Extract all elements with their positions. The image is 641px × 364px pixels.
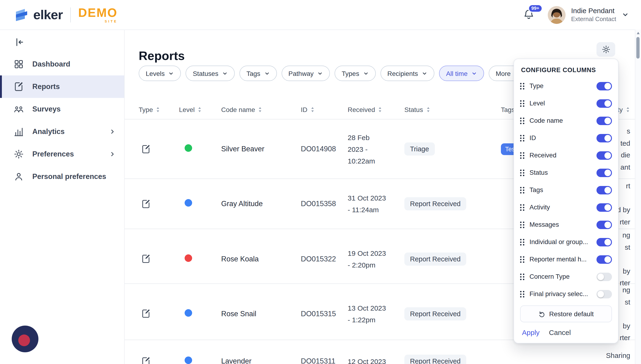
drag-handle-icon[interactable] xyxy=(520,290,525,298)
column-toggle[interactable] xyxy=(596,238,612,246)
report-id: DO014908 xyxy=(301,145,348,153)
sidebar-item-analytics[interactable]: Analytics xyxy=(0,120,124,143)
chat-widget-button[interactable] xyxy=(12,326,38,352)
column-toggle[interactable] xyxy=(596,290,612,298)
chevron-down-icon xyxy=(264,70,270,76)
sort-icon xyxy=(258,106,263,113)
drag-handle-icon[interactable] xyxy=(520,221,525,228)
drag-handle-icon[interactable] xyxy=(520,273,525,280)
filter-tags[interactable]: Tags xyxy=(240,66,277,81)
column-header-id[interactable]: ID xyxy=(301,106,348,113)
cancel-button[interactable]: Cancel xyxy=(549,328,571,336)
drag-handle-icon[interactable] xyxy=(520,117,525,124)
configure-columns-button[interactable] xyxy=(596,42,615,57)
sidebar-item-reports[interactable]: Reports xyxy=(0,76,124,98)
received-date: 13 Oct 2023 - 1:22pm xyxy=(348,302,404,326)
report-icon xyxy=(14,82,24,92)
column-toggle[interactable] xyxy=(596,220,612,229)
column-header-level[interactable]: Level xyxy=(179,106,221,113)
filter-pathway[interactable]: Pathway xyxy=(281,66,330,81)
status-badge: Report Received xyxy=(404,307,466,320)
column-toggle[interactable] xyxy=(596,255,612,264)
scrollbar-thumb[interactable] xyxy=(636,37,640,58)
column-toggle[interactable] xyxy=(596,186,612,194)
demo-badge: DEMO SITE xyxy=(78,6,118,23)
column-toggle[interactable] xyxy=(596,203,612,212)
sort-icon xyxy=(426,106,430,113)
column-header-code-name[interactable]: Code name xyxy=(221,106,301,113)
sidebar-collapse-button[interactable] xyxy=(14,37,24,47)
sidebar-item-surveys[interactable]: Surveys xyxy=(0,98,124,120)
scrollbar-up-arrow[interactable] xyxy=(637,32,640,34)
filter-statuses[interactable]: Statuses xyxy=(186,66,235,81)
filter-all-time[interactable]: All time xyxy=(439,66,484,81)
drag-handle-icon[interactable] xyxy=(520,100,525,107)
configure-columns-panel: CONFIGURE COLUMNS Type Level Code name I… xyxy=(514,58,618,344)
column-toggle[interactable] xyxy=(596,82,612,90)
drag-handle-icon[interactable] xyxy=(520,256,525,263)
chevron-right-icon xyxy=(109,128,116,135)
report-id: DO015322 xyxy=(301,255,348,263)
status-badge: Report Received xyxy=(404,252,466,266)
column-header-status[interactable]: Status xyxy=(404,106,501,113)
column-toggle[interactable] xyxy=(596,116,612,125)
notifications-button[interactable]: 99+ xyxy=(523,8,536,21)
level-dot xyxy=(184,254,192,262)
notification-count-badge: 99+ xyxy=(528,4,542,13)
elker-logo-icon xyxy=(14,8,29,22)
filter-levels[interactable]: Levels xyxy=(139,66,181,81)
column-item-activity: Activity xyxy=(520,199,612,216)
top-bar-right: 99+ Indie Pendant External Contact xyxy=(523,6,641,24)
sidebar-item-personal-preferences[interactable]: Personal preferences xyxy=(0,165,124,188)
column-toggle[interactable] xyxy=(596,151,612,160)
user-menu[interactable]: Indie Pendant External Contact xyxy=(571,6,616,23)
apply-button[interactable]: Apply xyxy=(522,328,540,336)
drag-handle-icon[interactable] xyxy=(520,169,525,176)
gear-icon xyxy=(14,149,24,159)
report-type-icon xyxy=(141,144,151,154)
received-date: 12 Oct 2023 xyxy=(348,355,404,364)
filter-recipients[interactable]: Recipients xyxy=(380,66,434,81)
app-window: elker DEMO SITE 99+ Indie Penda xyxy=(0,0,641,364)
column-item-received: Received xyxy=(520,147,612,164)
drag-handle-icon[interactable] xyxy=(520,238,525,246)
column-item-level: Level xyxy=(520,95,612,112)
column-item-code-name: Code name xyxy=(520,112,612,129)
column-header-type[interactable]: Type xyxy=(139,106,179,113)
drag-handle-icon[interactable] xyxy=(520,186,525,194)
code-name: Lavender xyxy=(221,357,301,364)
report-id: DO015358 xyxy=(301,200,348,208)
column-item-type: Type xyxy=(520,77,612,95)
brand-name: elker xyxy=(33,7,63,22)
drag-handle-icon[interactable] xyxy=(520,152,525,159)
chevron-down-icon xyxy=(317,70,323,76)
drag-handle-icon[interactable] xyxy=(520,82,525,90)
column-toggle[interactable] xyxy=(596,134,612,142)
column-toggle[interactable] xyxy=(596,99,612,108)
code-name: Rose Snail xyxy=(221,310,301,318)
column-item-reporter-mental-health: Reporter mental h... xyxy=(520,251,612,268)
code-name: Silver Beaver xyxy=(221,145,301,153)
drag-handle-icon[interactable] xyxy=(520,204,525,211)
report-id: DO015311 xyxy=(301,357,348,364)
code-name: Gray Altitude xyxy=(221,200,301,208)
drag-handle-icon[interactable] xyxy=(520,134,525,142)
chevron-down-icon xyxy=(472,70,477,76)
vertical-scrollbar[interactable] xyxy=(635,30,641,364)
sidebar-item-preferences[interactable]: Preferences xyxy=(0,143,124,165)
avatar[interactable] xyxy=(548,6,566,24)
grid-icon xyxy=(14,59,24,69)
restore-default-button[interactable]: Restore default xyxy=(520,306,612,322)
column-toggle[interactable] xyxy=(596,168,612,177)
report-type-icon xyxy=(141,309,151,319)
column-header-received[interactable]: Received xyxy=(348,106,404,113)
sort-icon xyxy=(378,106,382,113)
chevron-down-icon[interactable] xyxy=(622,11,629,18)
filter-types[interactable]: Types xyxy=(334,66,376,81)
brand: elker DEMO SITE xyxy=(0,6,118,23)
panel-footer: Apply Cancel xyxy=(520,322,612,338)
filter-bar: Levels Statuses Tags Pathway Types Recip… xyxy=(139,66,529,81)
sidebar-item-dashboard[interactable]: Dashboard xyxy=(0,53,124,76)
code-name: Rose Koala xyxy=(221,255,301,263)
column-toggle[interactable] xyxy=(596,272,612,281)
